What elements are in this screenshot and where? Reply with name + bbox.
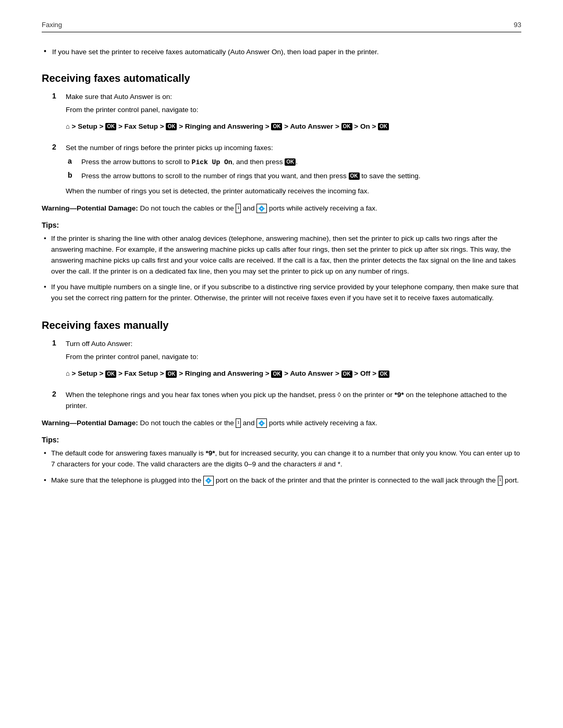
manual-tip-2: Make sure that the telephone is plugged … <box>42 475 521 486</box>
manual-warning: Warning—Potential Damage: Do not touch t… <box>42 418 521 428</box>
fax-port-icon-2: 💠 <box>256 418 267 428</box>
auto-step2a-mono: Pick Up On <box>192 158 232 166</box>
manual-warning-label: Warning—Potential Damage: <box>42 419 138 427</box>
ok-badge-2a: OK <box>285 158 296 166</box>
manual-step1-num: 1 <box>52 339 60 385</box>
auto-numbered-list: 1 Make sure that Auto Answer is on: From… <box>42 92 521 197</box>
manual-step2-content: When the telephone rings and you hear fa… <box>66 390 521 412</box>
auto-warning-and: and <box>243 204 256 212</box>
auto-step2-num: 2 <box>52 143 60 197</box>
auto-step1-navigate: From the printer control panel, navigate… <box>66 105 521 116</box>
auto-step2b-text1: Press the arrow buttons to scroll to the… <box>81 172 349 180</box>
auto-step2-closing: When the number of rings you set is dete… <box>66 186 521 197</box>
auto-tip-2: If you have multiple numbers on a single… <box>42 282 521 304</box>
auto-step2b-text2: to save the setting. <box>360 172 421 180</box>
ok-badge-m2: OK <box>166 371 177 378</box>
auto-step1-num: 1 <box>52 92 60 138</box>
manual-step2-star9: *9* <box>395 391 404 399</box>
auto-tips: Tips: If the printer is sharing the line… <box>42 221 521 304</box>
auto-warning: Warning—Potential Damage: Do not touch t… <box>42 203 521 214</box>
manual-step1-navigate: From the printer control panel, navigate… <box>66 352 521 363</box>
auto-nav-text2: > Fax Setup > <box>116 122 166 130</box>
section-manual-heading: Receiving faxes manually <box>42 319 521 331</box>
auto-step2a-text1: Press the arrow buttons to scroll to <box>81 158 192 166</box>
auto-nav-text1: > Setup > <box>70 122 105 130</box>
auto-step2: 2 Set the number of rings before the pri… <box>52 143 521 197</box>
manual-warning-end: ports while actively receiving a fax. <box>269 419 377 427</box>
ok-badge-m5: OK <box>378 371 389 378</box>
manual-tip-2-text: Make sure that the telephone is plugged … <box>51 476 519 484</box>
ok-badge-m3: OK <box>271 371 282 378</box>
intro-bullet-text: If you have set the printer to receive f… <box>52 47 521 58</box>
manual-tips-title: Tips: <box>42 436 521 444</box>
ok-badge-2: OK <box>166 123 177 130</box>
manual-step1-nav-path: ⌂ > Setup > OK > Fax Setup > OK > Ringin… <box>66 368 521 379</box>
manual-step1-content: Turn off Auto Answer: From the printer c… <box>66 339 521 385</box>
auto-step2a-text: Press the arrow buttons to scroll to Pic… <box>81 157 521 168</box>
phone-port-icon-2: ¹ <box>236 418 241 428</box>
manual-step1: 1 Turn off Auto Answer: From the printer… <box>52 339 521 385</box>
manual-warning-text: Do not touch the cables or the <box>140 419 236 427</box>
manual-step1-intro: Turn off Auto Answer: <box>66 339 521 350</box>
ok-badge-4: OK <box>341 123 352 130</box>
section-auto-heading: Receiving faxes automatically <box>42 72 521 84</box>
ok-badge-1: OK <box>105 123 116 130</box>
phone-port-icon-1: ¹ <box>236 204 241 214</box>
auto-step2a-text2: , and then press <box>232 158 285 166</box>
auto-tips-list: If the printer is sharing the line with … <box>42 233 521 304</box>
page-header: Faxing 93 <box>42 21 521 32</box>
manual-tip-1-text: The default code for answering faxes man… <box>51 449 520 468</box>
auto-step2a: a Press the arrow buttons to scroll to P… <box>66 157 521 168</box>
auto-step2b-letter: b <box>68 171 76 182</box>
phone-port-inline: ¹ <box>498 476 503 486</box>
manual-step2-text1: When the telephone rings and you hear fa… <box>66 391 338 399</box>
header-page-num: 93 <box>514 21 521 29</box>
auto-step2-content: Set the number of rings before the print… <box>66 143 521 197</box>
section-manual: Receiving faxes manually 1 Turn off Auto… <box>42 319 521 486</box>
ok-badge-3: OK <box>271 123 282 130</box>
ok-badge-m4: OK <box>341 371 352 378</box>
section-auto: Receiving faxes automatically 1 Make sur… <box>42 72 521 304</box>
manual-tips: Tips: The default code for answering fax… <box>42 436 521 486</box>
auto-step2b-content: Press the arrow buttons to scroll to the… <box>81 171 521 182</box>
ok-badge-2b: OK <box>349 172 360 180</box>
auto-nav-text4: > Auto Answer > <box>282 122 341 130</box>
auto-warning-text: Do not touch the cables or the <box>140 204 236 212</box>
auto-step2b: b Press the arrow buttons to scroll to t… <box>66 171 521 182</box>
auto-step2b-text: Press the arrow buttons to scroll to the… <box>81 171 521 182</box>
auto-nav-text5: > On > <box>352 122 378 130</box>
header-title: Faxing <box>42 21 62 29</box>
auto-tip-2-text: If you have multiple numbers on a single… <box>51 283 518 302</box>
auto-step1-nav-path: ⌂ > Setup > OK > Fax Setup > OK > Ringin… <box>66 121 521 132</box>
intro-bullet: If you have set the printer to receive f… <box>42 47 521 58</box>
manual-nav-text2: > Fax Setup > <box>116 369 166 377</box>
auto-warning-end: ports while actively receiving a fax. <box>269 204 377 212</box>
auto-step1-intro: Make sure that Auto Answer is on: <box>66 92 521 103</box>
manual-step2: 2 When the telephone rings and you hear … <box>52 390 521 412</box>
auto-nav-text3: > Ringing and Answering > <box>177 122 271 130</box>
auto-step2a-content: Press the arrow buttons to scroll to Pic… <box>81 157 521 168</box>
manual-step2-text2: on the printer or <box>341 391 395 399</box>
auto-step1: 1 Make sure that Auto Answer is on: From… <box>52 92 521 138</box>
auto-tips-title: Tips: <box>42 221 521 229</box>
manual-warning-and: and <box>243 419 256 427</box>
manual-step2-text: When the telephone rings and you hear fa… <box>66 390 521 412</box>
manual-nav-text5: > Off > <box>352 369 378 377</box>
manual-nav-text3: > Ringing and Answering > <box>177 369 271 377</box>
manual-numbered-list: 1 Turn off Auto Answer: From the printer… <box>42 339 521 412</box>
manual-tips-list: The default code for answering faxes man… <box>42 448 521 486</box>
home-icon-1: ⌂ <box>66 121 70 132</box>
fax-port-icon-1: 💠 <box>256 204 267 214</box>
manual-nav-text4: > Auto Answer > <box>282 369 341 377</box>
auto-step2a-letter: a <box>68 157 76 168</box>
ok-badge-m1: OK <box>105 371 116 378</box>
auto-step2-intro: Set the number of rings before the print… <box>66 143 521 154</box>
ok-badge-5: OK <box>378 123 389 130</box>
manual-step2-num: 2 <box>52 390 60 412</box>
home-icon-2: ⌂ <box>66 368 70 379</box>
fax-port-inline: 💠 <box>203 476 214 486</box>
auto-tip-1-text: If the printer is sharing the line with … <box>51 235 516 275</box>
auto-step2a-text3: . <box>296 158 298 166</box>
manual-tip-1: The default code for answering faxes man… <box>42 448 521 470</box>
auto-step1-content: Make sure that Auto Answer is on: From t… <box>66 92 521 138</box>
